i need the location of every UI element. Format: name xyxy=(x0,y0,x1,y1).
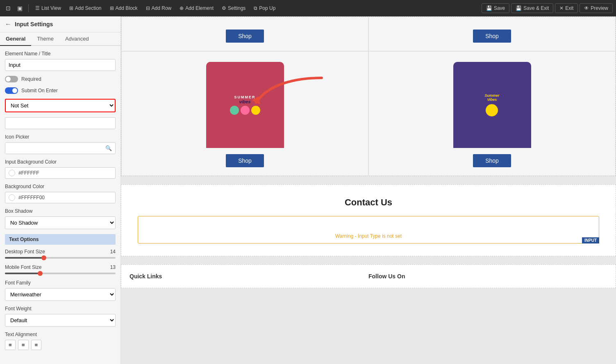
product-cell-top-right: Shop xyxy=(368,17,616,51)
shop-btn-3[interactable]: Shop xyxy=(226,154,264,167)
element-name-label: Element Name / Title xyxy=(5,51,116,57)
icon-picker-input[interactable] xyxy=(5,143,102,154)
placeholder-input[interactable] xyxy=(5,117,116,129)
box-shadow-label: Box Shadow xyxy=(5,208,116,214)
device-desktop-btn[interactable]: ⊡ xyxy=(3,3,13,13)
list-view-icon: ☰ xyxy=(35,5,40,11)
tab-theme[interactable]: Theme xyxy=(31,32,59,46)
font-family-select[interactable]: Merriweather Arial Roboto Open Sans xyxy=(5,288,116,301)
search-icon[interactable]: 🔍 xyxy=(102,143,115,154)
add-element-btn[interactable]: ⊕ Add Element xyxy=(176,4,217,13)
font-weight-label: Font Weight xyxy=(5,306,116,312)
footer-section: Quick Links Follow Us On xyxy=(121,264,616,288)
product-cell-bottom-left: SUMMER vibes Shop xyxy=(121,51,368,176)
list-view-btn[interactable]: ☰ List View xyxy=(32,4,64,13)
bg-color-row[interactable]: #FFFFFF00 xyxy=(5,192,116,203)
toolbar: ⊡ ▣ ☰ List View ⊞ Add Section ⊞ Add Bloc… xyxy=(0,0,616,16)
contact-section: Contact Us Warning - Input Type is not s… xyxy=(121,184,616,256)
left-panel: ← Input Settings General Theme Advanced … xyxy=(0,16,121,364)
submit-on-enter-toggle[interactable] xyxy=(5,87,18,94)
desktop-font-size-fill xyxy=(5,257,44,259)
footer-quick-links: Quick Links xyxy=(130,273,368,280)
bg-color-value: #FFFFFF00 xyxy=(18,195,45,200)
input-bg-color-label: Input Background Color xyxy=(5,159,116,165)
mobile-font-size-track[interactable] xyxy=(5,273,116,274)
tshirt-pink: SUMMER vibes xyxy=(206,62,284,148)
add-block-icon: ⊞ xyxy=(110,5,114,11)
shop-btn-4[interactable]: Shop xyxy=(473,154,511,167)
desktop-font-size-track[interactable] xyxy=(5,257,116,259)
settings-btn[interactable]: ⚙ Settings xyxy=(218,4,249,13)
panel-content: Element Name / Title Required Submit On … xyxy=(0,46,120,364)
desktop-font-size-row: Desktop Font Size 14 xyxy=(5,249,116,259)
popup-icon: ⧉ xyxy=(254,5,257,11)
exit-btn[interactable]: ✕ Exit xyxy=(555,3,578,13)
save-exit-btn[interactable]: 💾 Save & Exit xyxy=(511,3,553,13)
mobile-font-size-fill xyxy=(5,273,40,274)
add-element-icon: ⊕ xyxy=(180,5,184,11)
add-row-icon: ⊟ xyxy=(146,5,150,11)
submit-on-enter-label: Submit On Enter xyxy=(21,88,58,93)
save-btn[interactable]: 💾 Save xyxy=(482,3,509,13)
font-family-label: Font Family xyxy=(5,280,116,286)
align-left-btn[interactable]: ≡ xyxy=(5,340,16,350)
settings-icon: ⚙ xyxy=(222,5,226,11)
contact-title: Contact Us xyxy=(130,197,607,208)
icon-picker-row: 🔍 xyxy=(5,142,116,154)
add-row-btn[interactable]: ⊟ Add Row xyxy=(143,4,175,13)
input-type-select[interactable]: Not Set Text Email Phone Number Textarea xyxy=(5,99,116,112)
icon-picker-label: Icon Picker xyxy=(5,134,116,140)
device-mobile-btn[interactable]: ▣ xyxy=(15,3,25,13)
element-name-input[interactable] xyxy=(5,59,116,71)
input-bg-color-value: #FFFFFF xyxy=(18,170,39,176)
input-type-badge: INPUT xyxy=(582,237,599,243)
popup-btn[interactable]: ⧉ Pop Up xyxy=(250,4,279,13)
required-label: Required xyxy=(21,76,41,82)
warning-text: Warning - Input Type is not set xyxy=(335,233,402,239)
required-toggle[interactable] xyxy=(5,76,18,82)
font-weight-select[interactable]: Default Bold Normal Light xyxy=(5,314,116,327)
product-cell-bottom-right: Summer Vibes Shop xyxy=(368,51,616,176)
shop-btn-1[interactable]: Shop xyxy=(226,30,264,43)
bg-color-label: Background Color xyxy=(5,184,116,189)
tab-general[interactable]: General xyxy=(0,32,31,46)
save-exit-icon: 💾 xyxy=(516,5,522,11)
desktop-font-size-label: Desktop Font Size xyxy=(5,249,45,255)
toolbar-right: 💾 Save 💾 Save & Exit ✕ Exit 👁 Preview xyxy=(482,3,613,13)
tshirt-purple: Summer Vibes xyxy=(453,62,531,148)
mobile-font-size-thumb[interactable] xyxy=(38,271,43,276)
products-grid: Shop Shop SUMMER vibes xyxy=(121,16,616,176)
panel-tabs: General Theme Advanced xyxy=(0,32,120,46)
mobile-font-size-value: 13 xyxy=(104,264,116,270)
required-row: Required xyxy=(5,76,116,82)
product-cell-top-left: Shop xyxy=(121,17,368,51)
align-center-btn[interactable]: ≡ xyxy=(18,340,29,350)
quick-links-title: Quick Links xyxy=(130,273,368,280)
shop-btn-2[interactable]: Shop xyxy=(473,30,511,43)
footer-follow: Follow Us On xyxy=(368,273,607,280)
preview-btn[interactable]: 👁 Preview xyxy=(580,3,613,13)
text-alignment-options: ≡ ≡ ≡ xyxy=(5,340,116,350)
desktop-font-size-thumb[interactable] xyxy=(41,255,46,260)
main-layout: ← Input Settings General Theme Advanced … xyxy=(0,16,616,364)
add-section-btn[interactable]: ⊞ Add Section xyxy=(66,4,105,13)
tab-advanced[interactable]: Advanced xyxy=(59,32,95,46)
panel-title: Input Settings xyxy=(15,21,53,27)
desktop-font-size-value: 14 xyxy=(104,249,116,255)
panel-back-btn[interactable]: ← xyxy=(5,20,11,28)
box-shadow-select[interactable]: No Shadow Small Medium Large xyxy=(5,216,116,229)
bg-color-swatch xyxy=(9,194,15,201)
follow-title: Follow Us On xyxy=(368,273,607,280)
input-bg-color-row[interactable]: #FFFFFF xyxy=(5,167,116,179)
add-block-btn[interactable]: ⊞ Add Block xyxy=(107,4,141,13)
exit-icon: ✕ xyxy=(559,5,564,11)
mobile-font-size-label: Mobile Font Size xyxy=(5,264,41,270)
input-bg-color-swatch xyxy=(9,170,15,176)
add-section-icon: ⊞ xyxy=(69,5,73,11)
input-warning-box: Warning - Input Type is not set INPUT xyxy=(138,216,599,243)
preview-icon: 👁 xyxy=(584,5,589,11)
align-right-btn[interactable]: ≡ xyxy=(31,340,42,350)
product-image-left: SUMMER vibes xyxy=(204,60,286,150)
text-alignment-label: Text Alignment xyxy=(5,332,116,337)
text-options-header: Text Options xyxy=(5,234,116,245)
